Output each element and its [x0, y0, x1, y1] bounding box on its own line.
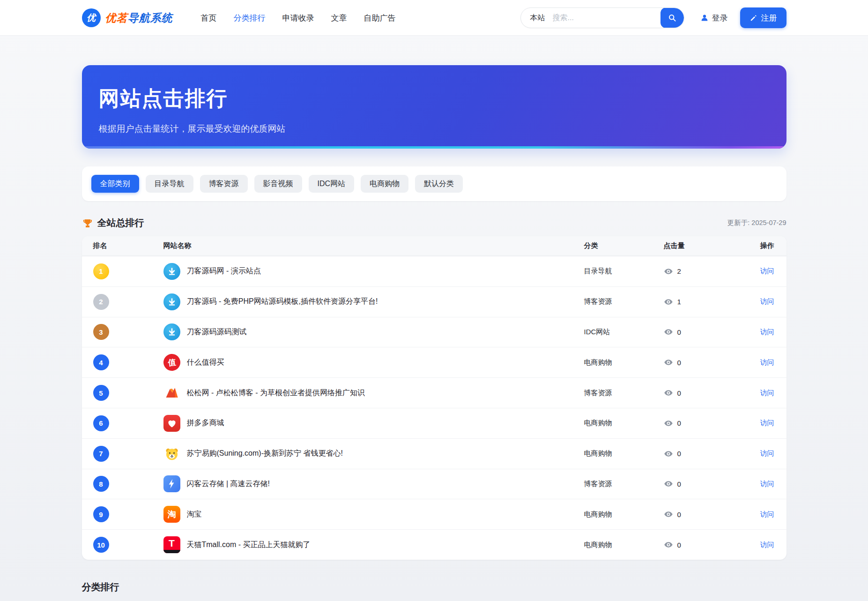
col-header-category: 分类: [584, 241, 664, 250]
updated-timestamp: 更新于: 2025-07-29: [727, 218, 786, 227]
filter-video[interactable]: 影音视频: [254, 175, 302, 193]
site-name[interactable]: 刀客源码源码测试: [187, 327, 247, 337]
site-category: 电商购物: [584, 541, 664, 549]
site-category: 电商购物: [584, 419, 664, 428]
click-count: 0: [677, 541, 681, 549]
table-row: 8 闪客云存储 | 高速云存储! 博客资源 0 访问: [82, 469, 786, 499]
site-name[interactable]: 刀客源码网 - 演示站点: [187, 266, 261, 276]
site-name[interactable]: 什么值得买: [187, 358, 224, 368]
visit-link[interactable]: 访问: [760, 389, 774, 397]
site-name[interactable]: 天猫Tmall.com - 买正品上天猫就购了: [187, 540, 311, 550]
table-row: 6 拼多多商城 电商购物 0 访问: [82, 408, 786, 438]
site-name[interactable]: 拼多多商城: [187, 418, 224, 428]
filter-all[interactable]: 全部类别: [91, 175, 139, 193]
visit-link[interactable]: 访问: [760, 541, 774, 548]
eye-icon: [664, 327, 673, 337]
click-count: 0: [677, 359, 681, 367]
menu-item-home[interactable]: 首页: [194, 9, 223, 27]
table-row: 7 苏宁易购(Suning.com)-换新到苏宁 省钱更省心! 电商购物 0 访…: [82, 438, 786, 469]
table-header-row: 排名 网站名称 分类 点击量 操作: [82, 236, 786, 256]
search-scope-selector[interactable]: 本站: [521, 13, 553, 23]
filter-default[interactable]: 默认分类: [415, 175, 463, 193]
visit-link[interactable]: 访问: [760, 449, 774, 457]
site-category: 目录导航: [584, 267, 664, 276]
click-count: 2: [677, 267, 681, 275]
visit-link[interactable]: 访问: [760, 510, 774, 518]
click-count: 0: [677, 328, 681, 336]
col-header-rank: 排名: [82, 241, 163, 250]
ranking-section-header: 全站总排行 更新于: 2025-07-29: [82, 217, 786, 229]
rank-badge: 9: [93, 506, 109, 522]
site-name[interactable]: 闪客云存储 | 高速云存储!: [187, 479, 270, 489]
filter-ecommerce[interactable]: 电商购物: [361, 175, 408, 193]
page-subtitle: 根据用户点击量统计，展示最受欢迎的优质网站: [99, 123, 770, 135]
filter-blog[interactable]: 博客资源: [200, 175, 248, 193]
site-category: 博客资源: [584, 389, 664, 398]
login-link[interactable]: 登录: [700, 13, 728, 23]
menu-item-articles[interactable]: 文章: [325, 9, 354, 27]
rank-badge: 1: [93, 263, 109, 279]
site-category: 博客资源: [584, 480, 664, 488]
rank-badge: 4: [93, 354, 109, 370]
site-logo[interactable]: 优 优茗导航系统: [82, 8, 173, 27]
click-count: 0: [677, 419, 681, 427]
site-category: 电商购物: [584, 510, 664, 519]
brand-name: 优茗导航系统: [105, 11, 173, 25]
filter-directory[interactable]: 目录导航: [146, 175, 193, 193]
visit-link[interactable]: 访问: [760, 328, 774, 336]
brand-name-secondary: 导航系统: [128, 12, 173, 24]
hero-banner: 网站点击排行 根据用户点击量统计，展示最受欢迎的优质网站: [82, 65, 786, 149]
register-label: 注册: [761, 13, 777, 23]
icon-glyph: 淘: [168, 509, 176, 520]
col-header-name: 网站名称: [163, 241, 584, 250]
eye-icon: [664, 358, 673, 367]
hero-accent-strip: [82, 146, 786, 149]
download-icon: [163, 263, 180, 280]
download-icon: [163, 323, 180, 340]
register-button[interactable]: 注册: [740, 8, 786, 28]
lightning-icon: [163, 475, 180, 492]
visit-link[interactable]: 访问: [760, 267, 774, 275]
visit-link[interactable]: 访问: [760, 419, 774, 427]
eye-icon: [664, 297, 673, 307]
site-name[interactable]: 刀客源码 - 免费PHP网站源码模板,插件软件资源分享平台!: [187, 297, 378, 307]
site-name[interactable]: 淘宝: [187, 510, 202, 519]
fox-swoosh-icon: [163, 384, 180, 401]
filter-idc[interactable]: IDC网站: [309, 175, 355, 193]
logo-badge-icon: 优: [82, 8, 101, 27]
table-row: 9 淘 淘宝 电商购物 0 访问: [82, 499, 786, 529]
col-header-action: 操作: [748, 241, 786, 250]
trophy-icon: [82, 218, 93, 229]
login-label: 登录: [712, 13, 728, 23]
table-row: 1 刀客源码网 - 演示站点 目录导航 2 访问: [82, 256, 786, 286]
search-button[interactable]: [660, 8, 684, 28]
site-name[interactable]: 苏宁易购(Suning.com)-换新到苏宁 省钱更省心!: [187, 449, 343, 458]
table-row: 10 T 天猫Tmall.com - 买正品上天猫就购了 电商购物 0 访问: [82, 529, 786, 560]
menu-item-submit-site[interactable]: 申请收录: [276, 9, 321, 27]
visit-link[interactable]: 访问: [760, 297, 774, 305]
eye-icon: [664, 267, 673, 276]
site-name[interactable]: 松松网 - 卢松松博客 - 为草根创业者提供网络推广知识: [187, 388, 365, 398]
menu-item-self-ads[interactable]: 自助广告: [357, 9, 402, 27]
search-input[interactable]: [553, 14, 660, 22]
site-category: 电商购物: [584, 449, 664, 458]
main-menu: 首页 分类排行 申请收录 文章 自助广告: [194, 9, 402, 27]
search-icon: [668, 13, 677, 23]
search-bar: 本站: [520, 8, 684, 28]
visit-link[interactable]: 访问: [760, 480, 774, 488]
site-category: 博客资源: [584, 297, 664, 306]
lion-face-icon: [163, 445, 180, 462]
tmall-t-icon: T: [163, 536, 180, 553]
visit-link[interactable]: 访问: [760, 358, 774, 366]
click-count: 0: [677, 480, 681, 488]
download-icon: [163, 293, 180, 310]
eye-icon: [664, 419, 673, 428]
click-count: 1: [677, 298, 681, 306]
section-title: 全站总排行: [97, 217, 144, 229]
rank-badge: 8: [93, 476, 109, 492]
zhi-badge-icon: 值: [163, 353, 181, 372]
rank-badge: 6: [93, 415, 109, 431]
eye-icon: [664, 388, 673, 398]
eye-icon: [664, 449, 673, 458]
menu-item-category-ranking[interactable]: 分类排行: [227, 9, 272, 27]
